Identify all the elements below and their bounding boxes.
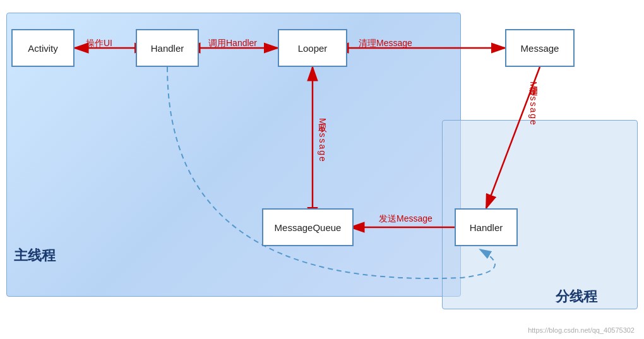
label-chuangjianmessage: 创建Message — [528, 79, 539, 126]
box-message: Message — [505, 29, 575, 67]
label-qumessage: 取Message — [317, 117, 328, 163]
label-qinglimessage: 清理Message — [359, 38, 412, 49]
sub-thread-label: 分线程 — [556, 287, 597, 306]
box-handler1: Handler — [136, 29, 199, 67]
box-messagequeue: MessageQueue — [262, 208, 354, 246]
label-fasongmessage: 发送Message — [379, 213, 432, 225]
box-activity: Activity — [11, 29, 75, 67]
main-thread-label: 主线程 — [14, 246, 56, 265]
label-caozuoui: 操作UI — [86, 38, 112, 49]
main-thread-bg — [6, 13, 461, 297]
diagram-container: Activity Handler Looper Message MessageQ… — [0, 0, 644, 339]
box-looper: Looper — [278, 29, 347, 67]
label-diaoyonghandler: 调用Handler — [208, 38, 257, 49]
watermark: https://blog.csdn.net/qq_40575302 — [528, 326, 635, 334]
box-handler2: Handler — [455, 208, 518, 246]
